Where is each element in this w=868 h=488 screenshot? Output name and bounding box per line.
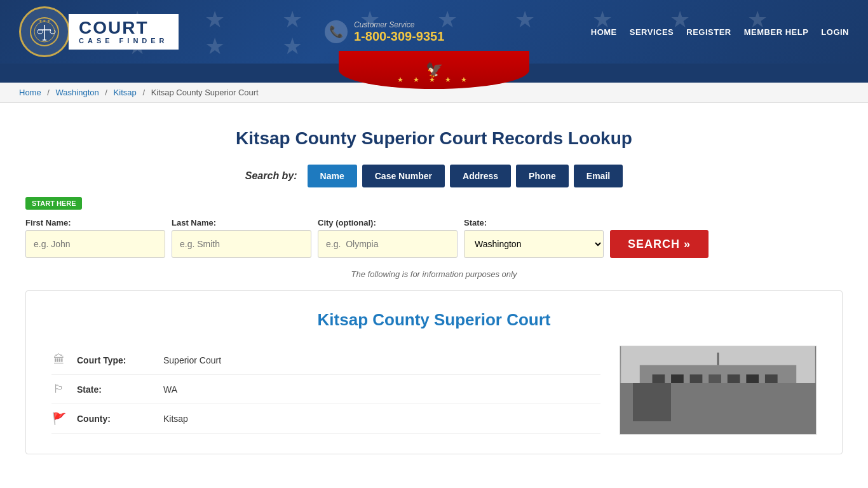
court-type-value: Superior Court <box>163 355 221 365</box>
logo-circle: ★ ★ ★ <box>19 6 70 57</box>
main-content: Kitsap County Superior Court Records Loo… <box>0 103 868 467</box>
nav-register[interactable]: REGISTER <box>686 27 731 37</box>
court-building-image <box>620 346 817 435</box>
city-input[interactable] <box>318 230 458 258</box>
svg-rect-18 <box>709 390 721 400</box>
first-name-field: First Name: <box>25 218 165 258</box>
svg-rect-9 <box>671 374 684 384</box>
customer-service-info: Customer Service 1-800-309-9351 <box>354 20 444 44</box>
last-name-label: Last Name: <box>172 218 311 227</box>
court-info-layout: 🏛 Court Type: Superior Court 🏳 State: WA… <box>51 346 817 435</box>
county-label: County: <box>77 414 153 424</box>
nav-services[interactable]: SERVICES <box>630 27 674 37</box>
county-value: Kitsap <box>163 414 188 424</box>
county-icon: 🚩 <box>51 412 67 426</box>
svg-rect-10 <box>690 374 703 384</box>
breadcrumb-state[interactable]: Washington <box>56 88 99 97</box>
state-field: State: Washington Alabama Alaska Arizona… <box>464 218 604 258</box>
ribbon-container: 🦅 ★ ★ ★ ★ ★ <box>0 64 868 83</box>
court-card-title: Kitsap County Superior Court <box>51 310 817 330</box>
city-label: City (optional): <box>318 218 458 227</box>
tab-case-number[interactable]: Case Number <box>362 165 445 187</box>
state-label: State: <box>464 218 604 227</box>
svg-rect-20 <box>746 390 759 400</box>
nav-login[interactable]: LOGIN <box>821 27 849 37</box>
ribbon-stars: ★ ★ ★ ★ ★ <box>397 76 471 84</box>
county-row: 🚩 County: Kitsap <box>51 404 600 434</box>
tab-name[interactable]: Name <box>308 165 357 187</box>
logo-area: ★ ★ ★ COURT CASE FINDER <box>19 6 179 57</box>
last-name-input[interactable] <box>172 230 311 258</box>
svg-rect-19 <box>728 390 740 400</box>
logo-icon: ★ ★ ★ <box>29 16 60 48</box>
building-svg <box>620 346 816 434</box>
svg-rect-26 <box>728 406 740 416</box>
city-field: City (optional): <box>318 218 458 258</box>
svg-rect-27 <box>746 406 759 416</box>
logo-case-finder-text: CASE FINDER <box>79 37 168 44</box>
svg-rect-22 <box>653 406 665 416</box>
start-here-badge: START HERE <box>25 197 82 210</box>
svg-rect-12 <box>728 374 740 384</box>
info-text: The following is for information purpose… <box>25 269 843 279</box>
state-info-label: State: <box>77 384 153 395</box>
logo-text: COURT CASE FINDER <box>69 14 179 50</box>
svg-rect-29 <box>702 415 733 434</box>
page-title: Kitsap County Superior Court Records Loo… <box>25 128 843 149</box>
breadcrumb-sep-2: / <box>105 88 107 97</box>
breadcrumb-home[interactable]: Home <box>19 88 41 97</box>
court-type-label: Court Type: <box>77 355 153 365</box>
svg-rect-11 <box>709 374 721 384</box>
logo-court-text: COURT <box>79 19 168 37</box>
nav-member-help[interactable]: MEMBER HELP <box>744 27 809 37</box>
breadcrumb-sep-3: / <box>142 88 145 97</box>
last-name-field: Last Name: <box>172 218 311 258</box>
svg-rect-23 <box>671 406 684 416</box>
search-form-container: START HERE First Name: Last Name: City (… <box>25 197 843 258</box>
court-info-table: 🏛 Court Type: Superior Court 🏳 State: WA… <box>51 346 600 435</box>
svg-rect-14 <box>765 374 778 384</box>
svg-rect-16 <box>671 390 684 400</box>
state-icon: 🏳 <box>51 383 67 396</box>
svg-rect-28 <box>765 406 778 416</box>
state-row: 🏳 State: WA <box>51 375 600 404</box>
state-info-value: WA <box>163 384 177 395</box>
breadcrumb-sep-1: / <box>47 88 50 97</box>
search-form-row: First Name: Last Name: City (optional): … <box>25 218 843 258</box>
search-by-label: Search by: <box>245 170 297 182</box>
search-by-row: Search by: Name Case Number Address Phon… <box>25 165 843 187</box>
svg-rect-13 <box>746 374 759 384</box>
customer-service-phone: 1-800-309-9351 <box>354 29 444 44</box>
nav-home[interactable]: HOME <box>591 27 617 37</box>
svg-rect-25 <box>709 406 721 416</box>
svg-rect-21 <box>765 390 778 400</box>
customer-service: 📞 Customer Service 1-800-309-9351 <box>325 20 444 44</box>
customer-service-label: Customer Service <box>354 20 444 29</box>
svg-rect-15 <box>653 390 665 400</box>
ribbon: 🦅 ★ ★ ★ ★ ★ <box>339 51 529 89</box>
tab-email[interactable]: Email <box>574 165 623 187</box>
breadcrumb-current: Kitsap County Superior Court <box>151 88 259 97</box>
tab-phone[interactable]: Phone <box>516 165 569 187</box>
breadcrumb-county[interactable]: Kitsap <box>114 88 137 97</box>
svg-rect-7 <box>640 365 796 428</box>
court-type-icon: 🏛 <box>51 353 67 367</box>
svg-rect-17 <box>690 390 703 400</box>
tab-address[interactable]: Address <box>450 165 511 187</box>
svg-text:★ ★ ★: ★ ★ ★ <box>39 19 50 23</box>
phone-icon: 📞 <box>325 20 348 43</box>
main-nav: HOME SERVICES REGISTER MEMBER HELP LOGIN <box>591 27 849 37</box>
court-type-row: 🏛 Court Type: Superior Court <box>51 346 600 375</box>
state-select[interactable]: Washington Alabama Alaska Arizona Califo… <box>464 230 604 258</box>
first-name-label: First Name: <box>25 218 165 227</box>
search-button[interactable]: SEARCH » <box>610 230 709 258</box>
court-card: Kitsap County Superior Court 🏛 Court Typ… <box>25 290 843 454</box>
svg-rect-8 <box>653 374 665 384</box>
svg-rect-24 <box>690 406 703 416</box>
first-name-input[interactable] <box>25 230 165 258</box>
